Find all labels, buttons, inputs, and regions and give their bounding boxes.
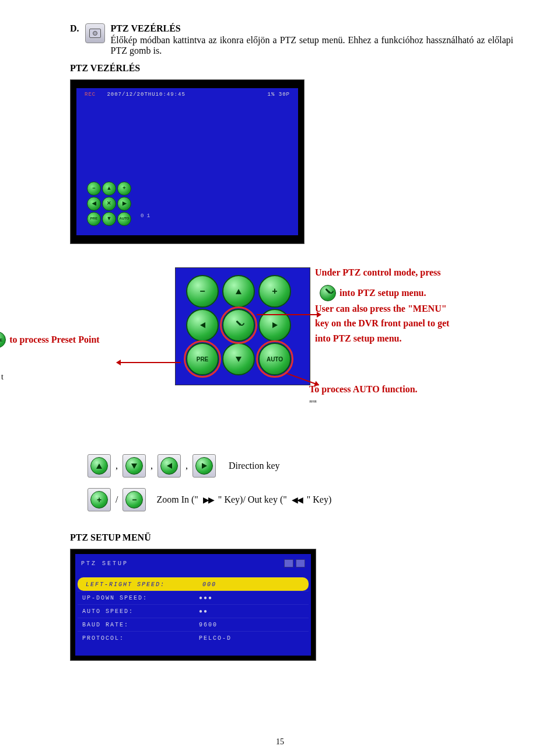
row-baud-val: 9600 <box>199 622 218 628</box>
row-ud-key: UP-DOWN SPEED: <box>78 595 199 601</box>
dir-down-button[interactable] <box>123 454 146 478</box>
dvr-live-screenshot: REC 2007/12/20THU10:49:45 1% 30P − ▲ + ◀… <box>70 79 304 244</box>
mini-btn-center[interactable]: ✕ <box>102 197 116 211</box>
annot-r5: into PTZ setup menu. <box>315 331 508 346</box>
row-auto-speed[interactable]: AUTO SPEED: ●● <box>78 604 309 618</box>
stub-text-left: t l " " t it t <box>0 372 4 382</box>
big-btn-left[interactable] <box>186 309 219 342</box>
row-baud-key: BAUD RATE: <box>78 622 199 628</box>
wrench-icon <box>235 321 243 329</box>
down-arrow-icon <box>131 464 137 469</box>
left-arrow-icon <box>167 463 172 469</box>
dir-up-button[interactable] <box>88 454 111 478</box>
mini-btn-pre[interactable]: PRE <box>87 212 101 226</box>
big-btn-plus[interactable]: + <box>258 275 291 308</box>
down-arrow-icon <box>236 357 242 362</box>
mini-btn-minus[interactable]: − <box>87 182 101 196</box>
annot-preset-rest: to process Preset Point <box>9 335 99 345</box>
mini-btn-auto[interactable]: AUTO <box>117 212 131 226</box>
arrow-left <box>117 362 181 363</box>
quote-stub: "" <box>309 399 317 409</box>
rec-label: REC <box>85 92 96 97</box>
section-title: PTZ VEZÉRLÉS <box>111 23 513 34</box>
row-baud[interactable]: BAUD RATE: 9600 <box>78 618 309 631</box>
comma2: , <box>150 461 153 471</box>
right-arrow-icon <box>202 463 207 469</box>
row-lr-key: LEFT-RIGHT SPEED: <box>81 581 202 588</box>
right-arrow-icon <box>272 322 278 328</box>
rewind-icon: ◀◀ <box>292 495 302 504</box>
left-arrow-icon <box>200 322 205 328</box>
ptz-pad-closeup: − + PRE AUTO <box>175 267 310 385</box>
annot-preset-point: Press PRE to process Preset Point <box>0 332 100 348</box>
arrow-right-setup <box>257 314 321 315</box>
row-protocol-val: PELCO-D <box>199 635 232 642</box>
ptz-subheading: PTZ VEZÉRLÉS <box>70 63 513 74</box>
row-lr-val: 000 <box>202 581 216 588</box>
zoom-text-3: " Key) <box>307 494 332 505</box>
annot-auto: To process AUTO function. <box>309 384 418 395</box>
mini-btn-right[interactable]: ▶ <box>117 197 131 211</box>
mini-btn-plus[interactable]: + <box>117 182 131 196</box>
row-protocol-key: PROTOCOL: <box>78 635 199 642</box>
zoom-key-row: + / − Zoom In (" ▶▶ " Key)/ Out key (" ◀… <box>88 488 513 511</box>
ptz-mini-pad: − ▲ + ◀ ✕ ▶ PRE ▼ AUTO <box>87 182 130 225</box>
camera-icon <box>85 23 105 43</box>
annot-r2: into PTZ setup menu. <box>340 285 426 301</box>
ptz-setup-screenshot: PTZ SETUP LEFT-RIGHT SPEED: 000 UP-DOWN … <box>70 549 316 661</box>
ptz-setup-panel-title: PTZ SETUP <box>81 560 128 567</box>
row-lr-speed[interactable]: LEFT-RIGHT SPEED: 000 <box>78 577 309 591</box>
annotated-ptz-pad-area: Press PRE to process Preset Point t l " … <box>70 267 513 419</box>
zoom-in-button[interactable]: + <box>88 488 111 511</box>
direction-key-row: , , , Direction key <box>88 454 513 478</box>
page-number: 15 <box>0 737 560 747</box>
row-ud-val: ●●● <box>199 595 213 601</box>
section-letter: D. <box>70 23 79 34</box>
pre-icon: PRE <box>0 332 6 348</box>
dir-left-button[interactable] <box>158 454 181 478</box>
zoom-text-2: " Key)/ Out key (" <box>218 494 287 505</box>
dir-right-button[interactable] <box>192 454 216 478</box>
mini-btn-left[interactable]: ◀ <box>87 197 101 211</box>
row-ud-speed[interactable]: UP-DOWN SPEED: ●●● <box>78 591 309 604</box>
comma1: , <box>116 461 118 471</box>
up-arrow-icon <box>96 464 102 469</box>
row-auto-key: AUTO SPEED: <box>78 608 199 615</box>
status-timestamp: 2007/12/20THU10:49:45 <box>107 92 185 97</box>
annot-r4: key on the DVR front panel to get <box>315 316 508 331</box>
slash: / <box>116 494 118 505</box>
ptz-setup-rows: LEFT-RIGHT SPEED: 000 UP-DOWN SPEED: ●●●… <box>78 577 309 644</box>
direction-key-label: Direction key <box>229 461 280 471</box>
row-protocol[interactable]: PROTOCOL: PELCO-D <box>78 631 309 644</box>
big-btn-center[interactable] <box>222 309 255 342</box>
big-btn-pre[interactable]: PRE <box>186 343 219 375</box>
big-btn-down[interactable] <box>222 343 255 375</box>
titlebar-icon-2 <box>296 559 305 567</box>
mini-btn-down[interactable]: ▼ <box>102 212 116 226</box>
big-btn-auto[interactable]: AUTO <box>258 343 291 375</box>
titlebar-icon-1 <box>284 559 293 567</box>
section-body: Élőkép módban kattintva az ikonra előjön… <box>111 35 513 56</box>
zoom-text-1: Zoom In (" <box>156 494 198 505</box>
mini-channel-label: 0 1 <box>141 213 150 219</box>
comma3: , <box>186 461 188 471</box>
annot-r1: Under PTZ control mode, press <box>315 265 508 280</box>
annot-ptz-setup: Under PTZ control mode, press into PTZ s… <box>315 265 508 346</box>
up-arrow-icon <box>236 289 242 294</box>
status-right: 1% 30P <box>268 92 290 97</box>
row-auto-val: ●● <box>199 608 208 615</box>
ptz-setup-title: PTZ SETUP MENÜ <box>70 532 513 543</box>
big-btn-up[interactable] <box>222 275 255 308</box>
annot-r3: User can also press the "MENU" <box>315 301 508 316</box>
zoom-out-button[interactable]: − <box>123 488 146 511</box>
big-btn-minus[interactable]: − <box>186 275 219 308</box>
fast-forward-icon: ▶▶ <box>203 495 214 504</box>
section-header: D. PTZ VEZÉRLÉS Élőkép módban kattintva … <box>70 23 513 56</box>
wrench-small-icon <box>320 285 336 301</box>
mini-btn-up[interactable]: ▲ <box>102 182 116 196</box>
